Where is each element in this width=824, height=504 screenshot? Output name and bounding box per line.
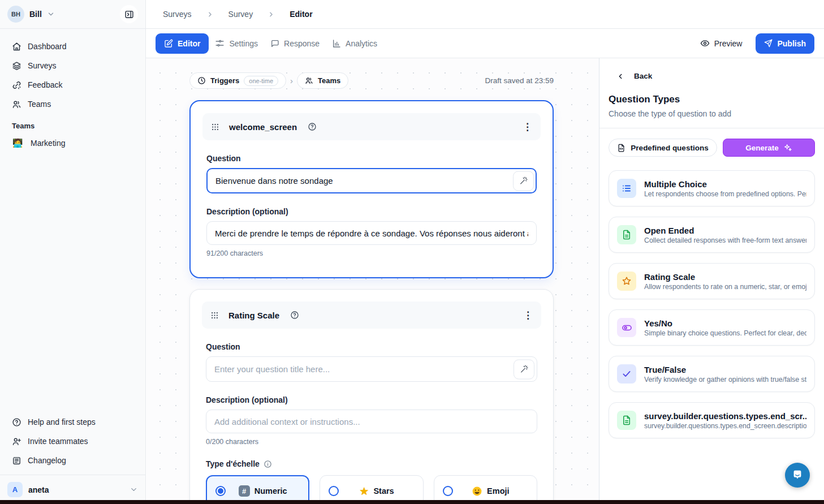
feedback-link-icon <box>12 80 21 90</box>
account-name: aneta <box>28 485 49 494</box>
drag-handle-icon[interactable] <box>210 311 219 320</box>
magic-wand-button[interactable] <box>513 171 534 191</box>
chevron-right-icon <box>268 11 275 18</box>
card-menu-button[interactable]: ⋮ <box>523 311 533 320</box>
back-button[interactable]: Back <box>599 58 824 80</box>
teams-chip[interactable]: Teams <box>297 72 348 89</box>
sidebar-item-label: Feedback <box>28 80 62 89</box>
publish-button[interactable]: Publish <box>756 33 814 54</box>
card-header: welcome_screen ⋮ <box>202 113 541 140</box>
tab-response[interactable]: Response <box>264 33 326 54</box>
layers-icon <box>12 61 21 71</box>
tab-editor[interactable]: Editor <box>156 33 209 54</box>
editor-toolbar: Editor Settings Response Analytics Previ… <box>146 29 824 58</box>
newspaper-icon <box>12 456 21 466</box>
sidebar: BH Bill Dashboard Surveys Feedback <box>0 0 146 504</box>
sidebar-item-team-marketing[interactable]: 🧑‍💻 Marketing <box>6 133 140 153</box>
card-title: welcome_screen <box>229 122 297 132</box>
question-type-yes-no[interactable]: Yes/No Simple binary choice questions. P… <box>609 309 815 346</box>
sidebar-item-feedback[interactable]: Feedback <box>6 75 140 94</box>
breadcrumb-survey[interactable]: Survey <box>228 10 253 19</box>
chevron-down-icon <box>47 10 55 18</box>
card-menu-button[interactable]: ⋮ <box>523 122 532 132</box>
survey-canvas: Triggers one-time › Teams Draft saved at… <box>146 58 599 504</box>
radio-icon <box>443 486 453 496</box>
technologist-emoji-icon: 🧑‍💻 <box>12 138 23 148</box>
tab-analytics[interactable]: Analytics <box>326 33 383 54</box>
canvas-header-row: Triggers one-time › Teams Draft saved at… <box>189 72 554 89</box>
toggle-icon <box>617 318 636 337</box>
type-description: Allow respondents to rate on a numeric, … <box>644 283 806 291</box>
question-type-open-ended[interactable]: Open Ended Collect detailed responses wi… <box>609 217 815 253</box>
predefined-questions-button[interactable]: Predefined questions <box>609 139 717 157</box>
type-description: Verify knowledge or gather opinions with… <box>644 376 806 384</box>
chat-bubble-icon <box>791 469 804 481</box>
draft-saved-status: Draft saved at 23:59 <box>485 76 554 85</box>
radio-selected-icon <box>215 486 226 496</box>
sliders-icon <box>215 38 225 48</box>
users-icon <box>305 76 313 85</box>
question-title-input[interactable] <box>206 356 537 382</box>
triggers-chip[interactable]: Triggers one-time <box>189 72 286 89</box>
drag-handle-icon[interactable] <box>211 123 219 131</box>
panel-subtitle: Choose the type of question to add <box>599 105 824 118</box>
description-input[interactable] <box>206 221 537 245</box>
sidebar-item-label: Help and first steps <box>28 417 96 427</box>
panel-title: Question Types <box>599 80 824 105</box>
sidebar-item-label: Changelog <box>28 456 66 465</box>
type-title: True/False <box>644 365 806 374</box>
question-type-end-screen[interactable]: survey.builder.questions.types.end_scr..… <box>609 402 815 438</box>
preview-button[interactable]: Preview <box>700 38 743 48</box>
sidebar-item-label: Dashboard <box>28 42 67 51</box>
type-description: Simple binary choice questions. Perfect … <box>644 329 806 337</box>
description-input[interactable] <box>206 410 537 433</box>
file-code-icon <box>617 144 625 152</box>
type-description: Let respondents choose from predefined o… <box>644 190 806 198</box>
sidebar-item-help[interactable]: Help and first steps <box>6 412 140 432</box>
question-card-rating-scale[interactable]: Rating Scale ⋮ Question Description (opt… <box>189 289 554 504</box>
radio-icon <box>329 486 339 496</box>
send-icon <box>764 39 773 48</box>
sidebar-item-surveys[interactable]: Surveys <box>6 56 140 75</box>
card-header: Rating Scale ⋮ <box>202 301 541 329</box>
tab-settings[interactable]: Settings <box>209 33 264 54</box>
sidebar-collapse-button[interactable] <box>120 5 138 23</box>
bottom-edge-bar <box>0 500 824 504</box>
workspace-name: Bill <box>29 10 42 19</box>
eye-icon <box>700 38 710 48</box>
question-card-welcome-screen[interactable]: welcome_screen ⋮ Question Description (o… <box>189 100 554 278</box>
question-title-input[interactable] <box>206 168 537 193</box>
chat-launcher-button[interactable] <box>785 463 810 488</box>
sidebar-item-dashboard[interactable]: Dashboard <box>6 37 140 56</box>
sidebar-footer: Help and first steps Invite teammates Ch… <box>0 409 145 470</box>
sidebar-item-label: Surveys <box>28 61 57 70</box>
breadcrumb: Surveys Survey Editor <box>146 0 824 29</box>
description-label: Description (optional) <box>206 207 537 216</box>
bar-chart-icon <box>332 39 341 48</box>
magic-wand-button[interactable] <box>514 359 534 379</box>
smiley-emoji-icon <box>472 486 482 497</box>
list-icon <box>617 179 636 198</box>
question-type-rating-scale[interactable]: Rating Scale Allow respondents to rate o… <box>609 263 815 299</box>
generate-button[interactable]: Generate <box>723 139 815 157</box>
sidebar-item-teams[interactable]: Teams <box>6 94 140 114</box>
breadcrumb-surveys[interactable]: Surveys <box>163 10 192 19</box>
help-circle-icon <box>308 122 317 131</box>
sidebar-item-invite[interactable]: Invite teammates <box>6 432 140 451</box>
sidebar-item-changelog[interactable]: Changelog <box>6 451 140 470</box>
trigger-frequency-badge: one-time <box>244 76 278 86</box>
question-type-multiple-choice[interactable]: Multiple Choice Let respondents choose f… <box>609 170 815 206</box>
card-title: Rating Scale <box>228 311 279 320</box>
question-type-true-false[interactable]: True/False Verify knowledge or gather op… <box>609 356 815 392</box>
wand-icon <box>519 176 528 186</box>
question-label: Question <box>206 154 537 163</box>
sidebar-item-label: Invite teammates <box>28 437 88 446</box>
workspace-switcher[interactable]: BH Bill <box>0 0 145 29</box>
sidebar-nav: Dashboard Surveys Feedback Teams <box>0 29 145 114</box>
type-title: Open Ended <box>644 226 806 235</box>
account-avatar: A <box>7 482 23 497</box>
hash-keycap-icon: # <box>239 485 250 497</box>
type-title: survey.builder.questions.types.end_scr..… <box>644 411 806 421</box>
type-description: survey.builder.questions.types.end_scree… <box>644 422 806 430</box>
breadcrumb-editor: Editor <box>290 10 312 19</box>
